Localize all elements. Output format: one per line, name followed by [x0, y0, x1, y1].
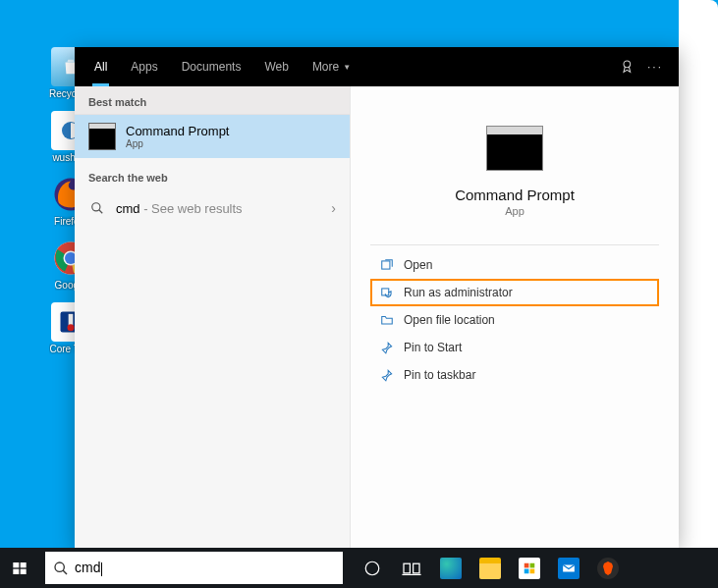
text-caret: [101, 562, 102, 576]
more-options-icon[interactable]: ···: [647, 60, 663, 74]
svg-rect-15: [21, 562, 27, 567]
action-label: Open: [404, 258, 432, 272]
action-run-as-administrator[interactable]: Run as administrator: [370, 279, 659, 306]
action-label: Pin to Start: [404, 341, 462, 354]
svg-rect-17: [21, 568, 27, 573]
best-match-text: Command Prompt App: [126, 124, 229, 149]
taskbar-app-mail[interactable]: [549, 548, 588, 588]
action-label: Run as administrator: [404, 286, 513, 299]
tab-label: Documents: [182, 60, 242, 74]
tab-label: All: [94, 60, 107, 74]
svg-rect-14: [13, 562, 19, 567]
svg-rect-24: [525, 562, 529, 567]
admin-shield-icon: [376, 286, 398, 299]
cortana-icon[interactable]: [353, 548, 392, 588]
rounded-edge-decor: [679, 0, 718, 588]
search-icon: [88, 199, 106, 217]
svg-line-19: [63, 570, 67, 574]
svg-rect-16: [13, 568, 19, 573]
web-result-item[interactable]: cmd - See web results ›: [75, 189, 350, 227]
tab-all[interactable]: All: [83, 47, 119, 86]
search-tabs: All Apps Documents Web More▼ ···: [75, 47, 679, 86]
action-label: Pin to taskbar: [404, 368, 475, 382]
web-result-text: cmd - See web results: [116, 201, 243, 216]
tab-apps[interactable]: Apps: [119, 47, 169, 86]
action-open-file-location[interactable]: Open file location: [370, 306, 659, 334]
svg-rect-7: [69, 314, 74, 326]
tab-web[interactable]: Web: [252, 47, 300, 86]
search-value: cmd: [75, 560, 100, 575]
taskbar: cmd: [0, 548, 718, 588]
command-prompt-large-icon: [486, 126, 543, 171]
tab-label: More: [312, 60, 339, 74]
svg-rect-21: [404, 563, 410, 573]
tab-documents[interactable]: Documents: [170, 47, 253, 86]
open-icon: [376, 258, 398, 272]
taskbar-app-brave[interactable]: [588, 548, 628, 588]
task-view-icon[interactable]: [392, 548, 431, 588]
svg-line-11: [99, 210, 103, 214]
best-match-subtitle: App: [126, 138, 229, 149]
app-preview-subtitle: App: [505, 205, 525, 217]
taskbar-app-explorer[interactable]: [470, 548, 510, 588]
action-pin-to-taskbar[interactable]: Pin to taskbar: [370, 361, 659, 389]
taskbar-search-text: cmd: [75, 560, 335, 575]
search-icon: [53, 561, 69, 576]
app-preview-title: Command Prompt: [455, 187, 575, 203]
taskbar-app-store[interactable]: [510, 548, 549, 588]
taskbar-app-edge[interactable]: [431, 548, 470, 588]
start-button[interactable]: [0, 548, 39, 588]
best-match-header: Best match: [75, 86, 350, 115]
web-suffix: - See web results: [140, 201, 243, 216]
svg-rect-27: [530, 568, 535, 573]
svg-point-10: [92, 203, 100, 211]
svg-point-8: [68, 324, 75, 331]
action-list: Open Run as administrator Open file loca…: [370, 251, 659, 389]
search-results-panel: All Apps Documents Web More▼ ··· Best ma…: [75, 47, 679, 548]
folder-icon: [376, 313, 398, 327]
taskbar-search-box[interactable]: cmd: [45, 552, 343, 584]
svg-point-18: [55, 562, 64, 571]
rewards-icon[interactable]: [620, 59, 635, 75]
svg-point-20: [365, 561, 379, 575]
svg-point-9: [624, 61, 631, 68]
divider: [370, 244, 659, 245]
svg-rect-25: [530, 562, 535, 567]
chevron-right-icon: ›: [331, 200, 336, 216]
search-right-column: Command Prompt App Open Run as administr…: [350, 86, 679, 548]
tab-more[interactable]: More▼: [301, 47, 362, 86]
pin-icon: [376, 368, 398, 382]
search-panel-body: Best match Command Prompt App Search the…: [75, 86, 679, 548]
action-label: Open file location: [404, 313, 495, 327]
taskbar-icons: [353, 548, 628, 588]
tab-label: Apps: [131, 60, 157, 74]
chevron-down-icon: ▼: [343, 63, 351, 72]
best-match-item[interactable]: Command Prompt App: [75, 115, 350, 158]
svg-rect-26: [525, 568, 529, 573]
search-left-column: Best match Command Prompt App Search the…: [75, 86, 350, 548]
command-prompt-icon: [88, 123, 116, 150]
tab-label: Web: [264, 60, 288, 74]
pin-icon: [376, 341, 398, 354]
tabs-right-controls: ···: [620, 59, 671, 75]
svg-rect-22: [414, 563, 419, 573]
web-query: cmd: [116, 201, 140, 216]
action-open[interactable]: Open: [370, 251, 659, 279]
best-match-title: Command Prompt: [126, 124, 229, 138]
svg-rect-12: [382, 261, 390, 269]
windows-logo-icon: [12, 561, 28, 576]
desktop-screen: Recycle... wusho... Firefo... Goog... Co…: [0, 0, 718, 588]
action-pin-to-start[interactable]: Pin to Start: [370, 334, 659, 361]
search-the-web-header: Search the web: [75, 158, 350, 189]
